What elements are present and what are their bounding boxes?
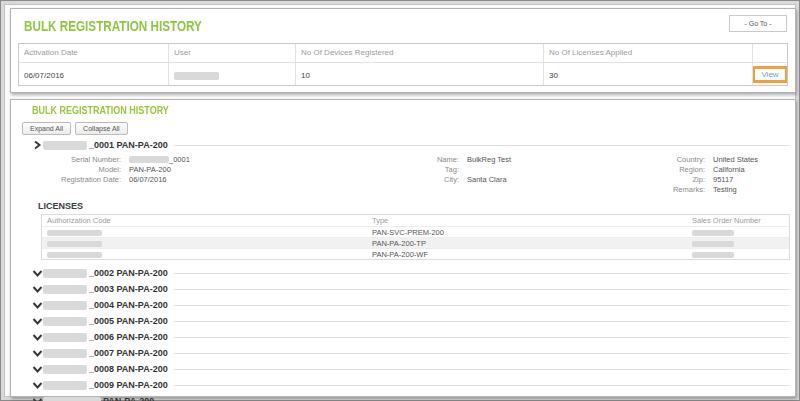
model-value: PAN-PA-200: [129, 165, 171, 174]
col-header-licenses-applied: No Of Licenses Applied: [543, 44, 752, 62]
col-header-type: Type: [367, 216, 687, 225]
device-row-collapsed[interactable]: _0003 PAN-PA-200: [32, 281, 790, 297]
device-row-collapsed[interactable]: _0005 PAN-PA-200: [32, 313, 790, 329]
device-title: _0004 PAN-PA-200: [89, 300, 168, 310]
redacted-serial-prefix: [129, 156, 169, 163]
col-header-actions: [752, 44, 787, 62]
redacted-auth-code: [47, 230, 102, 236]
activation-date-cell: 06/07/2016: [19, 63, 168, 85]
device-title: _0006 PAN-PA-200: [89, 332, 168, 342]
devices-registered-cell: 10: [295, 63, 543, 85]
divider: [174, 353, 790, 354]
license-type: PAN-SVC-PREM-200: [367, 228, 687, 237]
chevron-down-icon: [32, 380, 43, 390]
field-label: City:: [349, 175, 459, 184]
device-title: _0009 PAN-PA-200: [89, 380, 168, 390]
user-cell: [168, 63, 295, 85]
field-label: Country:: [587, 155, 705, 164]
page-title: BULK REGISTRATION HISTORY: [24, 17, 202, 34]
divider: [174, 289, 790, 290]
city-value: Santa Clara: [467, 175, 507, 184]
redacted-auth-code: [47, 241, 102, 247]
field-label: Registration Date:: [11, 175, 121, 184]
field-label: Model:: [11, 165, 121, 174]
expand-all-button[interactable]: Expand All: [22, 122, 71, 135]
redacted-serial-prefix: [43, 365, 87, 374]
chevron-down-icon: [32, 332, 43, 342]
redacted-auth-code: [47, 252, 102, 258]
collapse-all-button[interactable]: Collapse All: [75, 122, 128, 135]
table-row: 06/07/2016 10 30 View: [19, 63, 787, 85]
field-label: Serial Number:: [11, 155, 121, 164]
view-cell: View: [753, 63, 787, 85]
divider: [174, 145, 790, 146]
redacted-serial: [43, 397, 101, 401]
country-value: United States: [713, 155, 758, 164]
licenses-applied-cell: 30: [543, 63, 752, 85]
chevron-down-icon: [32, 268, 43, 278]
device-title: _0007 PAN-PA-200: [89, 348, 168, 358]
divider: [174, 273, 790, 274]
redacted-serial-prefix: [43, 349, 87, 358]
redacted-sales-order: [692, 230, 734, 236]
redacted-user: [174, 72, 219, 80]
redacted-sales-order: [692, 241, 734, 247]
license-row: PAN-PA-200-WF: [42, 248, 789, 259]
divider: [174, 305, 790, 306]
col-header-sales-order-number: Sales Order Number: [687, 216, 789, 225]
license-row: PAN-SVC-PREM-200: [42, 226, 789, 237]
redacted-serial-prefix: [43, 285, 87, 294]
licenses-header-row: Authorization Code Type Sales Order Numb…: [42, 215, 789, 226]
device-title: _0003 PAN-PA-200: [89, 284, 168, 294]
details-column-1: Serial Number: _0001 Model: PAN-PA-200 R…: [11, 154, 349, 194]
device-row-collapsed[interactable]: _0008 PAN-PA-200: [32, 361, 790, 377]
license-row: PAN-PA-200-TP: [42, 237, 789, 248]
col-header-user: User: [168, 44, 295, 62]
redacted-serial-prefix: [43, 141, 87, 150]
bulk-registration-detail-panel: BULK REGISTRATION HISTORY Expand All Col…: [10, 99, 796, 397]
device-row-collapsed[interactable]: PAN-PA-200: [32, 393, 790, 401]
field-label: Remarks:: [587, 185, 705, 194]
redacted-serial-prefix: [43, 317, 87, 326]
device-row-collapsed[interactable]: _0009 PAN-PA-200: [32, 377, 790, 393]
device-details: Serial Number: _0001 Model: PAN-PA-200 R…: [11, 154, 795, 194]
redacted-serial-prefix: [43, 381, 87, 390]
field-label: Name:: [349, 155, 459, 164]
redacted-serial-prefix: [43, 269, 87, 278]
device-row-expanded[interactable]: _0001 PAN-PA-200: [32, 139, 790, 151]
name-value: BulkReg Test: [467, 155, 511, 164]
region-value: California: [713, 165, 745, 174]
chevron-down-icon: [32, 300, 43, 310]
view-button[interactable]: View: [761, 70, 778, 79]
device-title: PAN-PA-200: [103, 396, 154, 401]
goto-dropdown[interactable]: - Go To -: [729, 15, 787, 32]
screenshot-frame: BULK REGISTRATION HISTORY - Go To - Acti…: [0, 0, 800, 401]
registration-summary-table: Activation Date User No Of Devices Regis…: [18, 43, 788, 86]
zip-value: 95117: [713, 175, 733, 184]
table-header-row: Activation Date User No Of Devices Regis…: [19, 44, 787, 63]
view-button-highlight: View: [752, 66, 787, 83]
redacted-serial-prefix: [43, 333, 87, 342]
device-row-collapsed[interactable]: _0002 PAN-PA-200: [32, 265, 790, 281]
device-title: _0001 PAN-PA-200: [89, 140, 168, 150]
device-row-collapsed[interactable]: _0007 PAN-PA-200: [32, 345, 790, 361]
expand-collapse-toolbar: Expand All Collapse All: [22, 122, 795, 135]
chevron-right-icon: [32, 140, 43, 150]
chevron-down-icon: [32, 364, 43, 374]
bulk-registration-summary-panel: BULK REGISTRATION HISTORY - Go To - Acti…: [10, 8, 796, 93]
registration-date-value: 06/07/2016: [129, 175, 167, 184]
field-label: Region:: [587, 165, 705, 174]
serial-number-value: _0001: [129, 155, 190, 164]
licenses-heading: LICENSES: [38, 201, 795, 211]
chevron-down-icon: [32, 316, 43, 326]
details-column-2: Name: BulkReg Test Tag: City: Santa Clar…: [349, 154, 587, 194]
divider: [174, 385, 790, 386]
field-label: Tag:: [349, 165, 459, 174]
license-type: PAN-PA-200-TP: [367, 239, 687, 248]
device-row-collapsed[interactable]: _0006 PAN-PA-200: [32, 329, 790, 345]
divider: [174, 369, 790, 370]
device-title: _0005 PAN-PA-200: [89, 316, 168, 326]
col-header-activation-date: Activation Date: [19, 44, 168, 62]
redacted-sales-order: [692, 252, 734, 258]
device-row-collapsed[interactable]: _0004 PAN-PA-200: [32, 297, 790, 313]
